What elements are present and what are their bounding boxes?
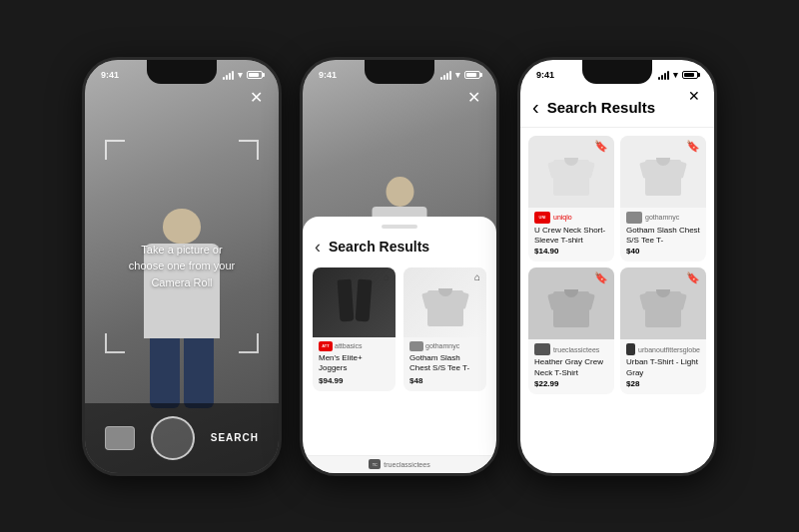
result-price-3: $22.99	[534, 379, 608, 388]
status-icons-2: ▾	[440, 70, 480, 80]
status-bar-3: 9:41 ▾	[520, 66, 714, 84]
full-results-screen: 9:41 ▾ ‹ Search Results ✕	[520, 60, 714, 473]
tshirt-shape-2	[641, 148, 685, 196]
close-button-3[interactable]: ✕	[688, 88, 700, 104]
status-icons-1: ▾	[223, 70, 263, 80]
joggers-icon	[335, 274, 375, 329]
gotham-logo	[626, 212, 642, 224]
phone-full-results: 9:41 ▾ ‹ Search Results ✕	[517, 57, 717, 476]
product-name-joggers: Men's Elite+ Joggers	[319, 353, 390, 374]
result-seller-1: UNI uniqlo	[534, 212, 608, 224]
product-card-tshirt2[interactable]: gothamnyc Gotham Slash Chest S/S Tee T- …	[403, 267, 486, 391]
bookmark-1[interactable]: 🔖	[594, 140, 608, 153]
corner-br	[239, 333, 259, 353]
signal-icon-3	[658, 70, 669, 80]
result-card-1[interactable]: UNI uniqlo U Crew Neck Short-Sleeve T-sh…	[528, 136, 614, 263]
result-name-2: Gotham Slash Chest S/S Tee T-	[626, 226, 700, 247]
product-name-tshirt2: Gotham Slash Chest S/S Tee T-	[409, 353, 480, 374]
seller-badge-joggers: ATT attbasics	[319, 341, 390, 351]
product-info-tshirt2: gothamnyc Gotham Slash Chest S/S Tee T- …	[403, 337, 486, 391]
result-card-4[interactable]: urbanoutfittersglobe Urban T-Shirt - Lig…	[620, 267, 706, 394]
wifi-icon-3: ▾	[673, 70, 678, 80]
tshirt-shape-3	[549, 279, 593, 327]
person-leg-left	[150, 338, 180, 408]
result-info-4: urbanoutfittersglobe Urban T-Shirt - Lig…	[620, 339, 706, 394]
person-subject	[122, 209, 242, 408]
seller-name-tshirt2: gothamnyc	[425, 342, 459, 349]
back-arrow-2[interactable]: ‹	[315, 237, 321, 258]
seller-logo-att: ATT	[319, 341, 333, 351]
sheet-title-2: Search Results	[329, 239, 429, 255]
product-info-joggers: ATT attbasics Men's Elite+ Joggers $94.9…	[313, 337, 396, 391]
battery-icon-2	[464, 71, 480, 79]
tshirt-icon-2	[423, 278, 467, 326]
scene-container: 9:41 ▾ ✕ Take a pictur	[62, 37, 737, 496]
seller-name-joggers: attbasics	[335, 342, 363, 349]
gallery-thumbnail[interactable]	[105, 426, 135, 450]
wifi-icon-2: ▾	[455, 70, 460, 80]
result-price-4: $28	[626, 379, 700, 388]
result-info-1: UNI uniqlo U Crew Neck Short-Sleeve T-sh…	[528, 208, 614, 263]
corner-tr	[239, 140, 259, 160]
time-3: 9:41	[536, 70, 554, 80]
bookmark-joggers[interactable]: ⌂	[384, 271, 390, 282]
wifi-icon-1: ▾	[238, 70, 243, 80]
result-seller-4: urbanoutfittersglobe	[626, 343, 700, 355]
phone-camera: 9:41 ▾ ✕ Take a pictur	[82, 57, 282, 476]
person-head	[163, 209, 201, 245]
seller-badge-tshirt2: gothamnyc	[409, 341, 480, 351]
search-label: SEARCH	[211, 432, 259, 443]
status-bar-2: 9:41 ▾	[303, 66, 496, 84]
seller-name-4: urbanoutfittersglobe	[638, 346, 700, 353]
result-price-1: $14.90	[534, 247, 608, 256]
seller-name-3: trueclassictees	[553, 346, 599, 353]
product-card-joggers[interactable]: ATT attbasics Men's Elite+ Joggers $94.9…	[313, 267, 396, 391]
camera-bottom-bar: SEARCH	[85, 403, 279, 473]
back-arrow-3[interactable]: ‹	[532, 96, 539, 119]
result-name-4: Urban T-Shirt - Light Gray	[626, 357, 700, 378]
result-info-3: trueclassictees Heather Gray Crew Neck T…	[528, 339, 614, 394]
tshirt-shape-1	[549, 148, 593, 196]
camera-screen: 9:41 ▾ ✕ Take a pictur	[85, 60, 279, 473]
sheet-handle	[382, 225, 417, 229]
bottom-strip-2: TC trueclassictees	[303, 455, 496, 473]
head-2	[386, 177, 413, 207]
result-seller-2: gothamnyc	[626, 212, 700, 224]
corner-tl	[105, 140, 125, 160]
bookmark-3[interactable]: 🔖	[594, 271, 608, 284]
partial-results-screen: 9:41 ▾ ✕ ‹ Search Results	[303, 60, 496, 473]
time-1: 9:41	[101, 70, 119, 80]
person-leg-right	[184, 338, 214, 408]
result-card-2[interactable]: gothamnyc Gotham Slash Chest S/S Tee T- …	[620, 136, 706, 263]
close-button-2[interactable]: ✕	[467, 88, 480, 107]
strip-logo: TC	[369, 459, 381, 469]
seller-name-2: gothamnyc	[645, 214, 679, 221]
phone-partial-results: 9:41 ▾ ✕ ‹ Search Results	[300, 57, 499, 476]
result-name-3: Heather Gray Crew Neck T-Shirt	[534, 357, 608, 378]
results-title-3: Search Results	[547, 99, 655, 116]
bookmark-2[interactable]: 🔖	[686, 140, 700, 153]
shutter-button[interactable]	[151, 416, 195, 460]
true-logo	[534, 343, 550, 355]
camera-hint: Take a picture or choose one from your C…	[129, 242, 235, 291]
result-seller-3: trueclassictees	[534, 343, 608, 355]
urban-logo	[626, 343, 635, 355]
product-grid-2: ATT attbasics Men's Elite+ Joggers $94.9…	[303, 264, 496, 401]
signal-icon-1	[223, 70, 234, 80]
strip-name: trueclassictees	[384, 461, 429, 468]
product-price-joggers: $94.99	[319, 376, 390, 385]
seller-logo-gotham2	[409, 341, 423, 351]
status-bar-1: 9:41 ▾	[85, 66, 279, 84]
close-button-1[interactable]: ✕	[250, 88, 263, 107]
person-legs	[150, 338, 214, 408]
battery-icon-3	[682, 71, 698, 79]
result-card-3[interactable]: trueclassictees Heather Gray Crew Neck T…	[528, 267, 614, 394]
bookmark-4[interactable]: 🔖	[686, 271, 700, 284]
bookmark-tshirt2[interactable]: ⌂	[474, 271, 480, 282]
status-icons-3: ▾	[658, 70, 698, 80]
results-sheet-partial: ‹ Search Results	[303, 217, 496, 473]
seller-name-1: uniqlo	[553, 214, 572, 221]
seller-strip: TC trueclassictees	[369, 459, 429, 469]
corner-bl	[105, 333, 125, 353]
time-2: 9:41	[319, 70, 337, 80]
